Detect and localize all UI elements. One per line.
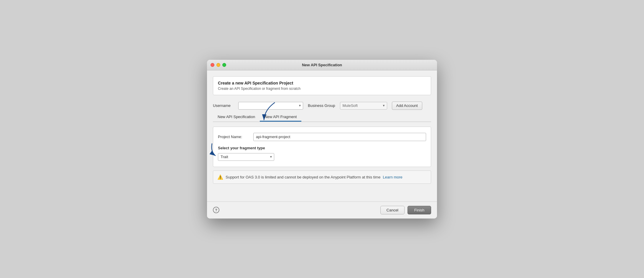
fragment-type-row: Trait Resource Type Library Overlay Exte… — [218, 153, 426, 161]
project-name-label: Project Name: — [218, 135, 253, 139]
project-name-row: Project Name: — [218, 133, 426, 141]
main-content: Project Name: Select your fragment type — [213, 122, 431, 184]
learn-more-link[interactable]: Learn more — [383, 175, 402, 179]
tabs-row: New API Specification New API Fragment — [213, 112, 431, 122]
dialog-window: New API Specification Create a new API S… — [207, 60, 437, 219]
close-button[interactable] — [211, 63, 214, 67]
window-controls — [211, 63, 226, 67]
cancel-button[interactable]: Cancel — [380, 206, 405, 214]
titlebar: New API Specification — [207, 60, 437, 70]
warning-card: ⚠️ Support for OAS 3.0 is limited and ca… — [213, 171, 431, 184]
dialog-title: Create a new API Specification Project — [218, 81, 426, 85]
fragment-select-wrapper: Trait Resource Type Library Overlay Exte… — [218, 153, 274, 161]
minimize-button[interactable] — [216, 63, 220, 67]
fragment-type-label: Select your fragment type — [218, 146, 426, 150]
window-body: Create a new API Specification Project C… — [207, 70, 437, 184]
dialog-subtitle: Create an API Specification or fragment … — [218, 87, 426, 91]
project-name-input[interactable] — [253, 133, 426, 141]
add-account-button[interactable]: Add Account — [392, 102, 422, 110]
help-button[interactable]: ? — [213, 207, 219, 213]
username-select-wrapper: ▼ — [238, 102, 303, 110]
header-card: Create a new API Specification Project C… — [213, 76, 431, 95]
business-group-label: Business Group — [308, 103, 335, 108]
help-icon: ? — [215, 208, 217, 212]
warning-icon: ⚠️ — [217, 174, 223, 180]
warning-message: Support for OAS 3.0 is limited and canno… — [226, 175, 380, 179]
fragment-type-section: Select your fragment type — [218, 146, 426, 161]
account-section: Username ▼ Business Group MuleSoft ▼ Add… — [213, 99, 431, 112]
footer-buttons: Cancel Finish — [380, 206, 431, 214]
finish-button[interactable]: Finish — [408, 206, 431, 214]
fragment-type-select[interactable]: Trait Resource Type Library Overlay Exte… — [218, 153, 274, 161]
account-row: Username ▼ Business Group MuleSoft ▼ Add… — [213, 99, 431, 112]
business-group-select-wrapper: MuleSoft ▼ — [340, 102, 387, 110]
username-label: Username — [213, 103, 234, 108]
username-select[interactable] — [238, 102, 303, 110]
dialog-footer: ? Cancel Finish — [207, 201, 437, 219]
form-card: Project Name: Select your fragment type — [213, 127, 431, 167]
window-title: New API Specification — [302, 63, 342, 67]
maximize-button[interactable] — [222, 63, 226, 67]
tab-new-api-fragment[interactable]: New API Fragment — [260, 112, 301, 122]
business-group-select[interactable]: MuleSoft — [340, 102, 387, 110]
tab-new-api-specification[interactable]: New API Specification — [213, 112, 260, 122]
